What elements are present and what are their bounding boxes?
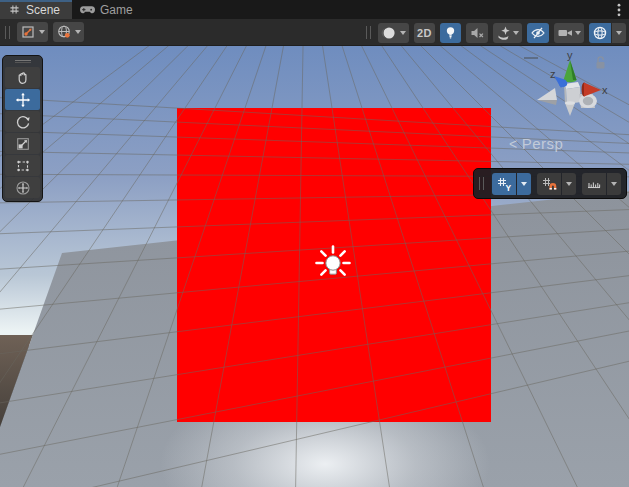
scene-visibility-button[interactable]: [527, 23, 549, 43]
chevron-down-icon: [575, 31, 581, 35]
grid-snapping-button[interactable]: [537, 173, 561, 195]
pivot-icon: [20, 24, 36, 40]
grid-axis-letter: Y: [506, 182, 512, 192]
shaded-sphere-icon: [381, 25, 397, 41]
axis-neg-y-base: [565, 101, 575, 105]
move-icon: [15, 92, 31, 108]
gizmo-sphere-icon: [592, 25, 608, 41]
lighting-toggle-button[interactable]: [440, 23, 461, 43]
axis-x-label: x: [602, 84, 608, 96]
scene-viewport[interactable]: y z x <Persp Y: [0, 46, 629, 487]
persp-text: Persp: [522, 135, 564, 152]
snap-increment-button[interactable]: [582, 173, 606, 195]
chevron-down-icon: [39, 30, 45, 34]
axis-neg-x-cone[interactable]: [537, 88, 557, 100]
2d-mode-button[interactable]: 2D: [414, 23, 435, 43]
chevron-down-icon: [521, 182, 527, 186]
overlay-drag-handle[interactable]: [479, 177, 484, 190]
overlay-drag-handle[interactable]: [366, 26, 371, 39]
globe-icon: [56, 24, 72, 40]
gizmos-toggle-button[interactable]: [589, 23, 611, 43]
tab-bar: Scene Game: [0, 0, 629, 19]
tools-overlay-panel: [2, 55, 43, 202]
axis-z-base: [559, 80, 567, 87]
overlay-drag-handle[interactable]: [5, 26, 10, 39]
eye-hidden-icon: [530, 25, 546, 41]
grid-icon: [8, 3, 21, 16]
orientation-gizmo[interactable]: y z x: [523, 50, 629, 132]
tab-game[interactable]: Game: [72, 0, 145, 19]
grid-snap-magnet-icon: [541, 176, 557, 192]
projection-mode-label[interactable]: <Persp: [509, 135, 563, 152]
tab-kebab-menu-button[interactable]: [609, 0, 629, 19]
transform-tool-button[interactable]: [5, 177, 40, 198]
gizmos-dropdown-button[interactable]: [612, 23, 626, 43]
grid-snapping-dropdown[interactable]: [562, 173, 576, 195]
persp-chevron-icon: <: [509, 136, 518, 152]
light-bulb-icon: [443, 25, 458, 40]
handle-position-button[interactable]: [17, 22, 48, 42]
axis-neg-y-cone[interactable]: [565, 103, 575, 116]
effects-toggle-button[interactable]: [493, 23, 522, 43]
tab-scene[interactable]: Scene: [0, 0, 72, 19]
scene-toolbar: 2D: [0, 19, 629, 46]
axis-z-label: z: [550, 68, 556, 80]
axis-y-label: y: [567, 50, 573, 61]
lock-icon[interactable]: [597, 57, 605, 69]
view-tool-button[interactable]: [5, 67, 40, 88]
chevron-down-icon: [611, 182, 617, 186]
camera-icon: [557, 25, 574, 41]
chevron-down-icon: [616, 31, 622, 35]
handle-rotation-button[interactable]: [53, 22, 84, 42]
chevron-down-icon: [75, 30, 81, 34]
scale-tool-button[interactable]: [5, 133, 40, 154]
audio-toggle-button[interactable]: [466, 23, 488, 43]
grid-axis-dropdown[interactable]: [517, 173, 531, 195]
transform-icon: [15, 180, 31, 196]
rect-tool-icon: [15, 158, 31, 174]
tab-scene-label: Scene: [26, 3, 60, 17]
grid-axis-y-icon: Y: [496, 176, 512, 192]
rotate-icon: [15, 114, 31, 130]
snap-increment-dropdown[interactable]: [607, 173, 621, 195]
chevron-down-icon: [513, 31, 519, 35]
grid-snap-overlay: Y: [473, 168, 627, 199]
chevron-down-icon: [566, 182, 572, 186]
grid-axis-button[interactable]: Y: [492, 173, 516, 195]
draw-mode-button[interactable]: [378, 23, 409, 43]
rotate-tool-button[interactable]: [5, 111, 40, 132]
axis-neg-x-cone-shade: [537, 100, 557, 105]
audio-muted-icon: [469, 25, 485, 41]
view-options-overlay: 2D: [364, 19, 626, 46]
kebab-menu-icon: [617, 3, 621, 17]
overlay-drag-handle[interactable]: [15, 60, 31, 63]
scale-icon: [15, 136, 31, 152]
2d-mode-label: 2D: [417, 27, 432, 39]
rect-tool-button[interactable]: [5, 155, 40, 176]
hand-icon: [15, 70, 31, 86]
unity-scene-window: Scene Game: [0, 0, 629, 487]
chevron-down-icon: [400, 31, 406, 35]
effects-star-icon: [496, 25, 512, 41]
snap-increment-ruler-icon: [586, 176, 602, 192]
camera-settings-button[interactable]: [554, 23, 584, 43]
tool-settings-overlay: [3, 22, 84, 42]
tab-game-label: Game: [100, 3, 133, 17]
move-tool-button[interactable]: [5, 89, 40, 110]
gamepad-icon: [80, 3, 95, 16]
axis-neg-z-tip: [583, 97, 593, 105]
